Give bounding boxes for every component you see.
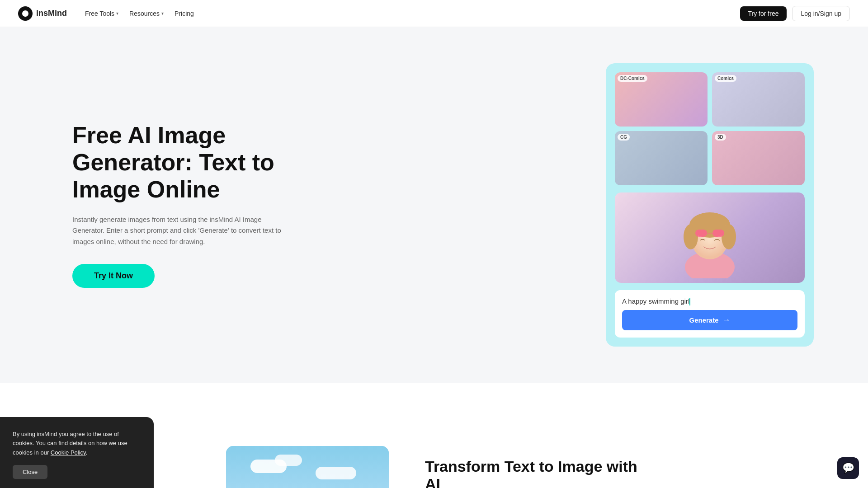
transform-text-block: Transform Text to Image with AI Experien… xyxy=(425,458,642,488)
svg-rect-5 xyxy=(695,230,707,237)
prompt-input-display[interactable]: A happy swimming girl xyxy=(622,297,797,305)
logo[interactable]: insMind xyxy=(18,6,67,21)
thumbnail-comics: Comics xyxy=(712,72,805,127)
chevron-down-icon: ▾ xyxy=(116,11,118,16)
chat-icon: 💬 xyxy=(842,462,854,474)
logo-icon xyxy=(18,6,33,21)
hero-left: Free AI Image Generator: Text to Image O… xyxy=(72,122,289,288)
nav-pricing[interactable]: Pricing xyxy=(171,7,198,20)
cloud-2 xyxy=(275,455,302,466)
try-now-button[interactable]: Try It Now xyxy=(72,264,155,288)
svg-rect-6 xyxy=(712,230,724,237)
hero-right: DC-Comics Comics CG 3D xyxy=(606,63,814,347)
nav-links: Free Tools ▾ Resources ▾ Pricing xyxy=(81,7,198,20)
hero-image-svg xyxy=(665,197,755,278)
hero-main-image xyxy=(615,192,805,283)
thumb-label-3: CG xyxy=(618,134,630,141)
hero-panel: DC-Comics Comics CG 3D xyxy=(606,63,814,347)
transform-image: ✦ The Red House in the Flower Field xyxy=(226,446,389,488)
login-button[interactable]: Log in/Sign up xyxy=(792,6,850,21)
nav-left: insMind Free Tools ▾ Resources ▾ Pricing xyxy=(18,6,198,21)
nav-right: Try for free Log in/Sign up xyxy=(740,6,850,21)
thumbnail-dc-comics: DC-Comics xyxy=(615,72,708,127)
nav-resources[interactable]: Resources ▾ xyxy=(126,7,167,20)
hero-content: Free AI Image Generator: Text to Image O… xyxy=(0,27,868,383)
prompt-box: A happy swimming girl Generate → xyxy=(615,290,805,338)
thumbnail-cg: CG xyxy=(615,131,708,185)
hero-title: Free AI Image Generator: Text to Image O… xyxy=(72,122,289,203)
thumb-label-4: 3D xyxy=(715,134,726,141)
hero-section: Free AI Image Generator: Text to Image O… xyxy=(0,27,868,383)
svg-point-3 xyxy=(684,224,698,249)
nav-free-tools[interactable]: Free Tools ▾ xyxy=(81,7,122,20)
chevron-down-icon: ▾ xyxy=(161,11,164,16)
generate-label: Generate xyxy=(689,316,718,324)
cookie-policy-link[interactable]: Cookie Policy xyxy=(51,449,86,456)
cursor-icon xyxy=(689,298,690,305)
hero-thumbnails: DC-Comics Comics CG 3D xyxy=(615,72,805,185)
cookie-close-button[interactable]: Close xyxy=(13,465,47,479)
try-free-button[interactable]: Try for free xyxy=(740,6,787,21)
transform-title: Transform Text to Image with AI xyxy=(425,458,642,488)
thumbnail-3d: 3D xyxy=(712,131,805,185)
cloud-3 xyxy=(316,467,356,479)
cookie-banner: By using insMind you agree to the use of… xyxy=(0,417,154,488)
arrow-right-icon: → xyxy=(722,315,731,325)
cookie-text: By using insMind you agree to the use of… xyxy=(13,430,141,458)
svg-point-4 xyxy=(722,224,736,249)
navbar: insMind Free Tools ▾ Resources ▾ Pricing… xyxy=(0,0,868,27)
thumb-label-2: Comics xyxy=(715,75,736,82)
chat-button[interactable]: 💬 xyxy=(837,457,859,479)
generate-button[interactable]: Generate → xyxy=(622,310,797,330)
logo-text: insMind xyxy=(36,9,67,18)
house-scene xyxy=(226,446,389,488)
prompt-value: A happy swimming girl xyxy=(622,297,689,305)
hero-description: Instantly generate images from text usin… xyxy=(72,214,289,248)
thumb-label-1: DC-Comics xyxy=(618,75,647,82)
